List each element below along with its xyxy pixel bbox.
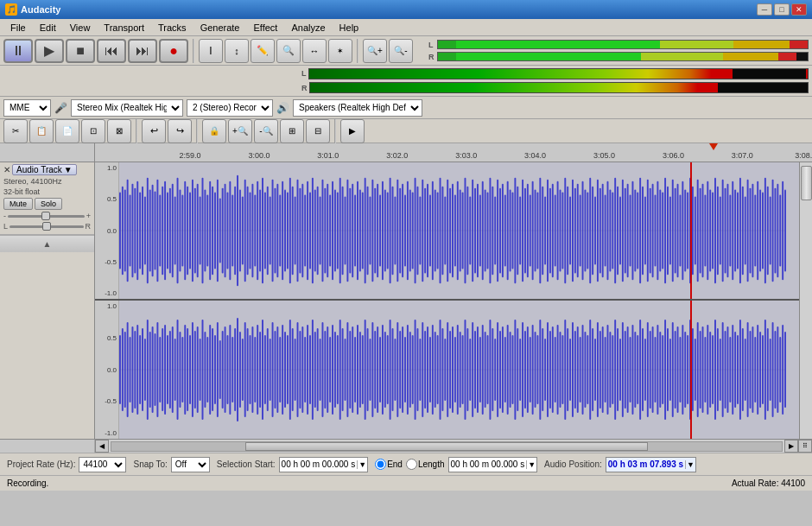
- svg-rect-448: [560, 332, 561, 408]
- svg-rect-107: [382, 181, 384, 281]
- output-select[interactable]: Speakers (Realtek High Defi: [293, 99, 422, 117]
- svg-rect-489: [662, 335, 663, 404]
- svg-rect-306: [204, 332, 206, 408]
- copy-button[interactable]: 📋: [29, 119, 54, 143]
- gain-slider[interactable]: [8, 215, 85, 218]
- selection-start-value[interactable]: 00 h 00 m 00.000 s: [280, 459, 358, 469]
- zoom-tool[interactable]: 🔍: [276, 39, 301, 63]
- top-channel[interactable]: 1.0 0.5 0.0 -0.5 -1.0: [95, 162, 799, 301]
- svg-rect-68: [284, 190, 286, 272]
- horizontal-scrollbar[interactable]: ◀ ▶ ⠿: [0, 439, 812, 453]
- pause-button[interactable]: ⏸: [3, 39, 33, 63]
- fit-project-button[interactable]: ⊟: [306, 119, 330, 143]
- expand-track-button[interactable]: ▲: [0, 235, 94, 252]
- project-rate-select[interactable]: 44100: [79, 457, 126, 472]
- channels-select[interactable]: 2 (Stereo) Recor: [187, 99, 273, 117]
- menu-tracks[interactable]: Tracks: [151, 21, 193, 35]
- audio-pos-dropdown[interactable]: ▼: [685, 460, 695, 469]
- track-close-button[interactable]: ✕: [3, 165, 10, 174]
- svg-rect-461: [592, 328, 593, 411]
- input-select[interactable]: Stereo Mix (Realtek High De: [71, 99, 183, 117]
- menu-edit[interactable]: Edit: [33, 21, 63, 35]
- gain-plus[interactable]: +: [86, 212, 91, 220]
- pan-slider[interactable]: [10, 225, 83, 228]
- minimize-button[interactable]: ─: [757, 3, 772, 16]
- track-panel: ✕ Audio Track ▼ Stereo, 44100Hz 32-bit f…: [0, 162, 95, 439]
- undo-button[interactable]: ↩: [142, 119, 166, 143]
- api-select[interactable]: MME: [3, 99, 51, 117]
- svg-rect-311: [217, 322, 219, 417]
- fit-selection-button[interactable]: ⊞: [280, 119, 304, 143]
- mute-button[interactable]: Mute: [3, 198, 33, 210]
- end-dropdown[interactable]: ▼: [526, 460, 536, 469]
- zoom-out-tool[interactable]: 🔍-: [389, 39, 413, 63]
- svg-rect-504: [700, 331, 701, 409]
- menu-generate[interactable]: Generate: [193, 21, 247, 35]
- skip-fwd-button[interactable]: ⏭: [128, 39, 157, 63]
- svg-rect-112: [394, 197, 396, 265]
- svg-rect-523: [747, 322, 749, 417]
- end-radio[interactable]: [375, 459, 386, 470]
- menu-view[interactable]: View: [63, 21, 98, 35]
- timeshift-tool[interactable]: ↔: [302, 39, 327, 63]
- end-value[interactable]: 00 h 00 m 00.000 s: [449, 459, 527, 469]
- menu-transport[interactable]: Transport: [97, 21, 151, 35]
- svg-rect-76: [304, 195, 306, 267]
- zoom-in-edit-button[interactable]: +🔍: [228, 119, 252, 143]
- svg-rect-30: [189, 193, 191, 269]
- svg-rect-233: [697, 180, 699, 282]
- svg-rect-153: [497, 180, 498, 282]
- scroll-left-button[interactable]: ◀: [95, 440, 109, 453]
- svg-rect-327: [257, 325, 258, 415]
- paste-button[interactable]: 📄: [55, 119, 79, 143]
- end-radio-label[interactable]: End: [375, 459, 403, 470]
- cut-button[interactable]: ✂: [3, 119, 28, 143]
- silence-button[interactable]: ⊠: [107, 119, 131, 143]
- solo-button[interactable]: Solo: [35, 198, 62, 210]
- trim-button[interactable]: ⊡: [81, 119, 105, 143]
- svg-rect-297: [181, 337, 183, 402]
- selection-start-dropdown[interactable]: ▼: [357, 460, 367, 469]
- draw-tool[interactable]: ✏️: [251, 39, 275, 63]
- svg-rect-250: [739, 178, 741, 283]
- length-radio-label[interactable]: Length: [406, 459, 445, 470]
- record-button[interactable]: ●: [159, 39, 188, 63]
- scroll-right-button[interactable]: ▶: [784, 440, 798, 453]
- vertical-scrollbar[interactable]: [799, 162, 812, 439]
- svg-rect-210: [639, 178, 641, 283]
- multi-tool[interactable]: ✶: [328, 39, 352, 63]
- close-button[interactable]: ✕: [791, 3, 807, 16]
- zoom-out-edit-button[interactable]: -🔍: [254, 119, 278, 143]
- v-scroll-thumb[interactable]: [801, 166, 812, 200]
- selection-tool[interactable]: I: [199, 39, 223, 63]
- track-name-button[interactable]: Audio Track ▼: [12, 164, 77, 175]
- redo-button[interactable]: ↪: [168, 119, 192, 143]
- envelope-tool[interactable]: ↕: [225, 39, 249, 63]
- zoom-in-tool[interactable]: 🔍+: [363, 39, 387, 63]
- stop-button[interactable]: ■: [66, 39, 95, 63]
- play-at-speed-button[interactable]: ▶: [340, 119, 365, 143]
- svg-rect-198: [609, 190, 611, 272]
- play-button[interactable]: ▶: [35, 39, 64, 63]
- h-scroll-thumb[interactable]: [245, 442, 648, 451]
- menu-effect[interactable]: Effect: [247, 21, 285, 35]
- svg-rect-457: [582, 325, 584, 415]
- snap-to-select[interactable]: Off: [171, 457, 210, 472]
- svg-rect-110: [390, 178, 391, 283]
- ruler-mark-1: 3:00.0: [248, 151, 270, 160]
- svg-rect-437: [532, 325, 534, 415]
- svg-rect-102: [370, 197, 371, 265]
- menu-file[interactable]: File: [3, 21, 33, 35]
- menu-help[interactable]: Help: [333, 21, 366, 35]
- maximize-button[interactable]: □: [774, 3, 790, 16]
- svg-rect-367: [357, 325, 358, 415]
- svg-rect-330: [264, 335, 266, 404]
- skip-back-button[interactable]: ⏮: [97, 39, 126, 63]
- bottom-channel[interactable]: 1.0 0.5 0.0 -0.5 -1.0: [95, 301, 799, 439]
- svg-rect-425: [502, 326, 504, 413]
- gain-minus[interactable]: -: [3, 212, 6, 220]
- sync-lock-button[interactable]: 🔒: [202, 119, 226, 143]
- menu-analyze[interactable]: Analyze: [284, 21, 332, 35]
- length-radio[interactable]: [406, 459, 417, 470]
- h-scroll-track[interactable]: [111, 441, 783, 452]
